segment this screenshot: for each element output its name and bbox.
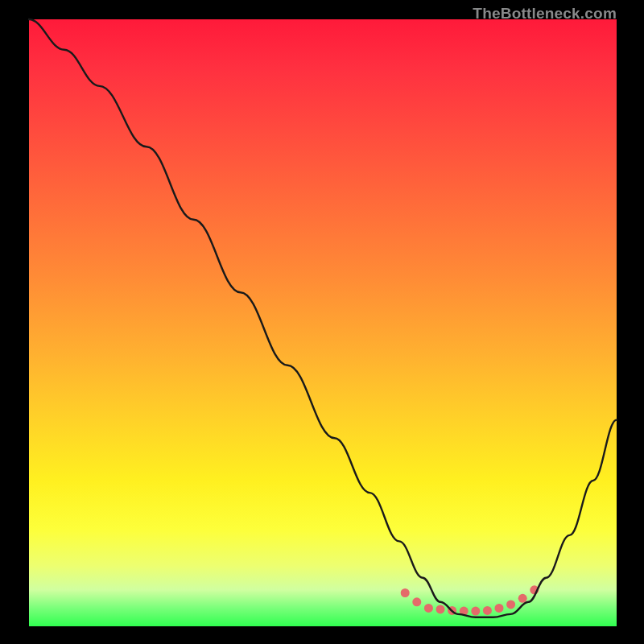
bottleneck-curve [29, 19, 617, 617]
valley-dot [401, 588, 410, 597]
valley-dot [436, 605, 445, 613]
valley-dot [412, 597, 421, 606]
watermark-text: TheBottleneck.com [473, 5, 617, 23]
valley-dot [483, 606, 492, 615]
valley-dot [471, 607, 480, 616]
chart-stage: TheBottleneck.com [0, 0, 644, 644]
valley-dot [518, 594, 527, 603]
plot-overlay-svg [0, 0, 644, 644]
valley-dot [424, 604, 433, 613]
valley-dot [495, 604, 504, 613]
valley-dot [506, 600, 515, 609]
